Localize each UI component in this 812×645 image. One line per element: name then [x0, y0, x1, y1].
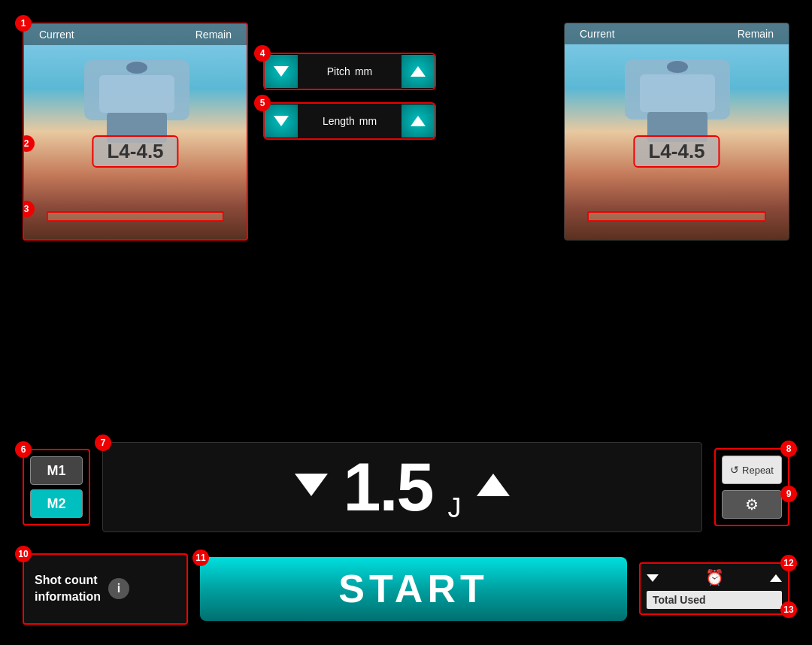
right-remain-label: Remain	[738, 28, 774, 40]
action-buttons-wrapper: 8 9 ↺ Repeat ⚙	[714, 448, 789, 526]
energy-up-icon	[477, 474, 510, 496]
badge-11: 11	[192, 550, 209, 566]
settings-icon: ⚙	[745, 495, 759, 513]
m1-button[interactable]: M1	[30, 456, 83, 485]
shot-count-text: Shot count information	[35, 572, 101, 606]
timer-down-button[interactable]	[647, 570, 659, 586]
timer-controls: ⏰	[647, 568, 782, 586]
length-label-area: Length mm	[298, 104, 401, 138]
length-down-button[interactable]	[265, 104, 298, 138]
right-current-label: Current	[580, 28, 615, 40]
pitch-up-button[interactable]	[401, 55, 435, 88]
length-label: Length	[323, 115, 355, 127]
bottom-row: 10 Shot count information i 11 START 12 …	[23, 547, 789, 630]
m2-button[interactable]: M2	[30, 489, 83, 518]
svg-point-3	[126, 62, 147, 74]
badge-4: 4	[254, 45, 271, 62]
badge-1: 1	[15, 15, 32, 32]
badge-5: 5	[254, 95, 271, 111]
start-button[interactable]: START	[200, 557, 627, 621]
right-device-wrapper: Current Remain L4-4.5	[564, 23, 789, 241]
settings-button[interactable]: ⚙	[722, 490, 782, 519]
right-device-header: Current Remain	[565, 23, 789, 44]
main-container: 1 Current Remain	[0, 0, 812, 645]
badge-7: 7	[95, 435, 111, 451]
length-unit: mm	[359, 115, 377, 127]
pitch-label-area: Pitch mm	[298, 54, 401, 89]
energy-unit: J	[448, 492, 462, 524]
shot-count-section[interactable]: Shot count information i	[23, 553, 188, 625]
badge-12: 12	[780, 555, 797, 571]
shot-count-wrapper: 10 Shot count information i	[23, 553, 188, 625]
repeat-button[interactable]: ↺ Repeat	[722, 456, 782, 484]
timer-up-icon	[770, 574, 782, 582]
right-device-visual: L4-4.5	[565, 44, 789, 241]
length-down-icon	[274, 116, 289, 126]
energy-wrapper: 7 1.5 J	[102, 442, 702, 532]
left-current-label: Current	[39, 29, 74, 41]
right-tip-label: L4-4.5	[633, 135, 720, 168]
repeat-label: Repeat	[742, 465, 774, 476]
left-device-card: Current Remain 2	[23, 23, 248, 241]
center-controls: 4 Pitch mm 5	[263, 53, 436, 140]
right-depth-indicator	[587, 211, 766, 222]
timer-icon: ⏰	[705, 568, 724, 586]
left-tip-label: L4-4.5	[92, 135, 178, 168]
badge-8: 8	[780, 441, 797, 457]
memory-wrapper: 6 M1 M2	[23, 449, 90, 525]
energy-value: 1.5	[343, 453, 432, 521]
energy-display: 1.5 J	[102, 442, 702, 532]
svg-rect-5	[640, 74, 715, 112]
badge-10: 10	[15, 546, 32, 562]
energy-up-button[interactable]	[477, 471, 510, 503]
energy-down-button[interactable]	[295, 471, 328, 503]
pitch-down-icon	[274, 66, 289, 77]
length-wrapper: 5 Length mm	[263, 102, 436, 140]
depth-indicator	[47, 211, 225, 222]
badge-9: 9	[780, 486, 797, 502]
timer-section: ⏰ Total Used	[639, 562, 789, 615]
length-control-row: Length mm	[263, 102, 436, 140]
total-used-label: Total Used	[647, 591, 782, 609]
left-device-visual: 2 L4-4.5 3	[24, 45, 247, 241]
left-device-wrapper: 1 Current Remain	[23, 23, 248, 241]
pitch-up-icon	[411, 66, 426, 77]
left-remain-label: Remain	[195, 29, 232, 41]
memory-section: M1 M2	[23, 449, 90, 525]
length-up-icon	[411, 116, 426, 126]
shot-count-line1: Shot count	[35, 572, 101, 589]
pitch-control-row: Pitch mm	[263, 53, 436, 90]
svg-point-7	[667, 61, 688, 73]
pitch-label: Pitch	[327, 65, 350, 77]
left-device-header: Current Remain	[24, 24, 247, 45]
timer-down-icon	[647, 574, 659, 582]
badge-6: 6	[15, 441, 32, 458]
timer-up-button[interactable]	[770, 570, 782, 586]
pitch-unit: mm	[355, 65, 372, 77]
top-row: 1 Current Remain	[23, 23, 789, 427]
shot-count-line2: information	[35, 589, 101, 605]
pitch-down-button[interactable]	[265, 55, 298, 88]
badge-13: 13	[780, 601, 797, 618]
pitch-wrapper: 4 Pitch mm	[263, 53, 436, 90]
right-device-card: Current Remain L4-4.5	[564, 23, 789, 241]
energy-down-icon	[295, 474, 328, 496]
action-buttons-section: ↺ Repeat ⚙	[714, 448, 789, 526]
repeat-icon: ↺	[730, 464, 739, 476]
length-up-button[interactable]	[401, 104, 435, 138]
info-icon[interactable]: i	[108, 578, 129, 599]
start-wrapper: 11 START	[200, 557, 627, 621]
svg-rect-1	[99, 75, 174, 113]
timer-wrapper: 12 13 ⏰ Total Used	[639, 562, 789, 615]
middle-row: 6 M1 M2 7 1.5 J 8 9	[23, 442, 789, 532]
